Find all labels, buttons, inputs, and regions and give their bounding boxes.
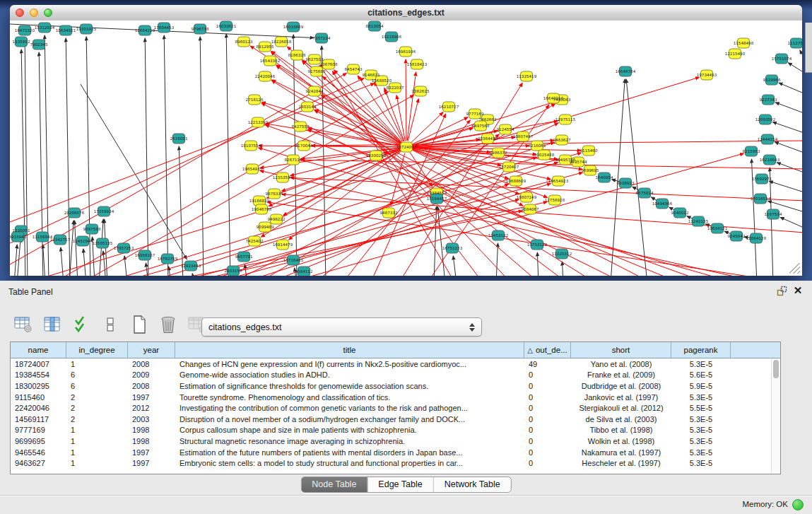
table-cell[interactable]: 1998 [128, 437, 175, 445]
table-cell[interactable]: 6 [66, 382, 128, 390]
table-cell[interactable]: 9699695 [11, 437, 66, 445]
table-cell[interactable]: 1997 [128, 448, 175, 457]
network-window-titlebar[interactable]: citations_edges.txt [10, 5, 802, 21]
graph-edge[interactable] [407, 72, 416, 141]
graph-edge[interactable] [775, 142, 802, 152]
table-row[interactable]: 911546021997Tourette syndrome. Phenomeno… [11, 392, 772, 403]
graph-edge[interactable] [145, 38, 148, 276]
table-cell[interactable]: Tourette syndrome. Phenomenology and cla… [175, 393, 524, 402]
graph-edge[interactable] [770, 168, 773, 276]
table-cell[interactable]: 1 [66, 459, 128, 467]
table-row[interactable]: 1872400712008Changes of HCN gene express… [11, 358, 772, 370]
table-cell[interactable]: Yano et al. (2008) [571, 360, 671, 368]
graph-edge[interactable] [302, 61, 512, 276]
table-cell[interactable]: 1 [66, 448, 128, 457]
table-cell[interactable]: 1997 [128, 459, 175, 467]
column-header-title[interactable]: title [175, 342, 524, 358]
table-cell[interactable]: 0 [524, 404, 571, 412]
table-cell[interactable]: 9777169 [11, 426, 66, 434]
table-cell[interactable]: 5.5E-5 [671, 404, 731, 412]
table-cell[interactable]: 2012 [128, 404, 175, 412]
table-cell[interactable]: Wolkin et al. (1998) [571, 437, 671, 445]
table-selector-dropdown[interactable]: citations_edges.txt [201, 317, 482, 337]
table-cell[interactable]: 6 [66, 370, 128, 379]
window-resize-grip[interactable] [789, 263, 800, 274]
network-canvas[interactable]: 1872400718300295193845541221339918107554… [10, 21, 802, 276]
table-cell[interactable]: 2 [66, 415, 128, 424]
graph-edge[interactable] [626, 79, 647, 276]
graph-edge[interactable] [651, 197, 657, 201]
new-document-icon[interactable] [129, 315, 150, 334]
graph-edge[interactable] [772, 122, 802, 132]
table-scrollbar-thumb[interactable] [773, 360, 779, 378]
graph-edge[interactable] [780, 217, 802, 227]
table-cell[interactable]: 18724007 [11, 360, 66, 368]
network-window[interactable]: citations_edges.txt 18724007183002951938… [10, 5, 802, 276]
table-cell[interactable]: Franke et al. (2009) [571, 370, 671, 379]
table-cell[interactable]: 5.6E-5 [671, 370, 731, 379]
table-cell[interactable]: 5.3E-5 [671, 426, 731, 434]
table-cell[interactable]: 1 [66, 360, 128, 368]
tab-node-table[interactable]: Node Table [301, 477, 367, 492]
table-cell[interactable]: 1997 [128, 393, 175, 402]
table-cell[interactable]: Dudbridge et al. (2008) [571, 382, 671, 390]
float-panel-icon[interactable] [777, 286, 788, 297]
table-cell[interactable]: 1 [66, 437, 128, 445]
column-header-short[interactable]: short [571, 342, 671, 358]
table-cell[interactable]: 14569117 [11, 415, 66, 424]
tab-edge-table[interactable]: Edge Table [367, 477, 433, 492]
graph-edge[interactable] [687, 216, 693, 219]
row-select-icon[interactable] [71, 315, 92, 334]
table-cell[interactable]: 5.3E-5 [671, 459, 731, 467]
graph-edge[interactable] [788, 63, 802, 71]
table-cell[interactable]: 49 [524, 360, 571, 368]
graph-edge[interactable] [103, 251, 106, 276]
graph-edge[interactable] [320, 65, 402, 143]
graph-edge[interactable] [669, 207, 674, 210]
table-cell[interactable]: Disruption of a novel member of a sodium… [175, 415, 524, 424]
table-cell[interactable]: Estimation of significance thresholds fo… [175, 382, 524, 390]
table-cell[interactable]: 19384554 [11, 370, 66, 379]
column-header-pagerank[interactable]: pagerank [671, 342, 731, 358]
table-cell[interactable]: 0 [524, 426, 571, 434]
table-row[interactable]: 969969511998Structural magnetic resonanc… [11, 436, 772, 447]
table-cell[interactable]: 0 [524, 437, 571, 445]
table-cell[interactable]: 5.3E-5 [671, 415, 731, 424]
graph-edge[interactable] [777, 163, 802, 172]
graph-edge[interactable] [265, 125, 710, 276]
table-cell[interactable]: Estimation of the future numbers of pati… [175, 448, 524, 457]
table-row[interactable]: 946362711997Embryonic stem cells: a mode… [11, 457, 772, 469]
table-cell[interactable]: Structural magnetic resonance image aver… [175, 437, 524, 445]
table-cell[interactable]: 0 [524, 448, 571, 457]
table-cell[interactable]: 5.3E-5 [671, 448, 731, 457]
graph-edge[interactable] [43, 245, 45, 276]
table-scrollbar[interactable] [771, 358, 780, 474]
column-header-in_degree[interactable]: in_degree [66, 342, 128, 358]
table-cell[interactable]: 5.9E-5 [671, 382, 731, 390]
tab-network-table[interactable]: Network Table [433, 477, 511, 492]
graph-edge[interactable] [770, 181, 803, 192]
graph-edge[interactable] [775, 103, 802, 112]
table-cell[interactable]: 9115460 [11, 393, 66, 402]
table-settings-icon[interactable] [13, 315, 34, 334]
graph-edge[interactable] [266, 124, 400, 146]
table-cell[interactable]: 2008 [128, 382, 175, 390]
table-cell[interactable]: de Silva et al. (2003) [571, 415, 671, 424]
column-header-out_de[interactable]: △out_de... [524, 342, 571, 358]
graph-edge[interactable] [10, 83, 375, 222]
table-cell[interactable]: 5.3E-5 [671, 437, 731, 445]
table-cell[interactable]: 2008 [128, 360, 175, 368]
table-cell[interactable]: 0 [524, 459, 571, 467]
table-cell[interactable]: 2003 [128, 415, 175, 424]
table-row[interactable]: 1456911722003Disruption of a novel membe… [11, 414, 772, 425]
column-header-year[interactable]: year [128, 342, 175, 358]
graph-edge[interactable] [413, 137, 515, 146]
table-cell[interactable]: Changes of HCN gene expression and I(f) … [175, 360, 524, 368]
delete-table-icon[interactable] [158, 315, 179, 334]
graph-edge[interactable] [406, 59, 406, 141]
table-cell[interactable]: 9465546 [11, 448, 66, 457]
table-cell[interactable]: Hescheler et al. (1997) [571, 459, 671, 467]
table-cell[interactable]: Embryonic stem cells: a model to study s… [175, 459, 524, 467]
graph-edge[interactable] [17, 238, 20, 276]
table-cell[interactable]: 1998 [128, 426, 175, 434]
